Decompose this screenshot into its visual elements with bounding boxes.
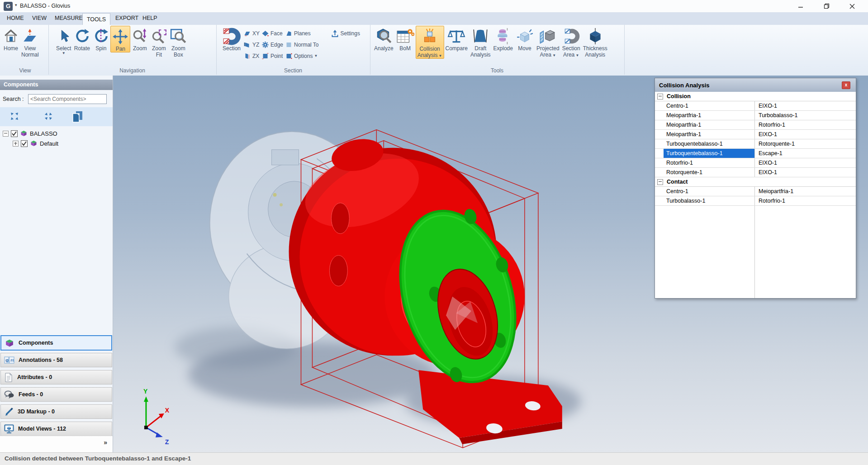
collision-panel-titlebar[interactable]: Collision Analysis x <box>655 78 856 92</box>
sidebar-tab-feeds[interactable]: Feeds - 0 <box>0 387 112 402</box>
sidebar-tab-attributes[interactable]: Attributes - 0 <box>0 370 112 384</box>
rotate-button[interactable]: Rotate <box>72 26 91 52</box>
cell[interactable]: Turbobalasso-1 <box>755 112 797 119</box>
bom-button[interactable]: BoM <box>395 26 416 52</box>
select-button[interactable]: Select ▼ <box>55 26 72 55</box>
menu-help[interactable]: HELP <box>142 15 157 21</box>
cell[interactable]: Rotorquente-1 <box>755 141 795 147</box>
menu-export[interactable]: EXPORT <box>115 15 138 21</box>
collapse-node-icon[interactable] <box>3 131 9 137</box>
section-options-button[interactable]: Options ▼ <box>285 50 318 62</box>
collision-row[interactable]: Rotorfrio-1EIXO-1 <box>655 158 856 168</box>
section-edge-button[interactable]: Edge <box>261 39 283 50</box>
cell[interactable]: EIXO-1 <box>755 131 777 138</box>
spin-button[interactable]: Spin <box>91 26 110 52</box>
cell[interactable]: Rotorquente-1 <box>655 169 702 176</box>
restore-button[interactable] <box>816 0 837 12</box>
contact-row[interactable]: Centro-1Meiopartfria-1 <box>655 187 856 196</box>
collision-row[interactable]: Meiopartfria-1EIXO-1 <box>655 130 856 139</box>
contact-row[interactable]: Turbobalasso-1Rotorfrio-1 <box>655 196 856 206</box>
section-settings-button[interactable]: Settings <box>331 28 360 39</box>
cell[interactable]: Rotorfrio-1 <box>655 160 693 166</box>
search-input[interactable] <box>28 94 107 104</box>
tree-node-default[interactable]: Default <box>13 139 58 148</box>
section-planes-button[interactable]: Planes <box>285 28 318 39</box>
tree-node-root[interactable]: BALASSO <box>3 129 57 138</box>
view-normal-button[interactable]: View Normal <box>20 26 40 58</box>
cell[interactable]: Rotorfrio-1 <box>755 122 785 128</box>
section-area-dropdown-icon[interactable]: ▼ <box>574 53 579 57</box>
cell[interactable]: EIXO-1 <box>755 103 777 109</box>
section-normal-to-button[interactable]: Normal To <box>285 39 318 50</box>
zoom-box-button[interactable]: Zoom Box <box>168 26 188 58</box>
zoom-fit-button[interactable]: Zoom Fit <box>149 26 168 58</box>
projected-area-dropdown-icon[interactable]: ▼ <box>551 53 556 57</box>
zoom-button[interactable]: Zoom <box>130 26 149 52</box>
cell[interactable]: Turbobalasso-1 <box>655 198 705 204</box>
more-panels-chevron[interactable]: » <box>104 439 107 446</box>
collision-group-header[interactable]: Collision <box>655 92 856 101</box>
default-checkbox[interactable] <box>21 140 28 147</box>
expand-all-icon[interactable] <box>9 111 20 123</box>
collision-analysis-button[interactable]: Collision Analysis ▼ <box>416 26 444 59</box>
tree-default-label[interactable]: Default <box>40 140 58 147</box>
collision-row[interactable]: Meiopartfria-1Turbobalasso-1 <box>655 111 856 120</box>
cell[interactable]: Meiopartfria-1 <box>655 112 701 119</box>
cell[interactable]: Meiopartfria-1 <box>655 131 701 138</box>
cell[interactable]: Rotorfrio-1 <box>755 198 785 204</box>
analyze-button[interactable]: Analyze <box>373 26 395 52</box>
section-yz-button[interactable]: YZ <box>243 39 260 50</box>
minimize-button[interactable] <box>790 0 811 12</box>
cell[interactable]: Meiopartfria-1 <box>755 188 793 195</box>
collision-row[interactable]: Meiopartfria-1Rotorfrio-1 <box>655 120 856 130</box>
section-zx-button[interactable]: ZX <box>243 50 260 62</box>
copy-tree-icon[interactable] <box>70 109 85 126</box>
pan-button[interactable]: Pan <box>110 26 130 52</box>
section-face-button[interactable]: Face <box>261 28 283 39</box>
contact-group-header[interactable]: Contact <box>655 177 856 187</box>
section-area-button[interactable]: Section Area ▼ <box>561 26 582 58</box>
section-point-button[interactable]: Point <box>261 50 283 62</box>
sidebar-tab-model-views[interactable]: Model Views - 112 <box>0 422 112 436</box>
move-button[interactable]: Move <box>514 26 535 52</box>
quick-access-caret-icon[interactable]: ▾ <box>15 3 17 7</box>
cell[interactable]: Turboquentebalasso-1 <box>664 150 723 157</box>
thickness-analysis-button[interactable]: Thickness Analysis <box>582 26 609 58</box>
collapse-contact-icon[interactable] <box>657 179 663 185</box>
projected-area-button[interactable]: Projected Area ▼ <box>535 26 561 58</box>
cell[interactable]: Escape-1 <box>755 150 783 157</box>
cell[interactable]: Meiopartfria-1 <box>655 122 701 128</box>
close-window-button[interactable] <box>842 0 863 12</box>
explode-button[interactable]: Explode <box>492 26 514 52</box>
section-xy-button[interactable]: XY <box>243 28 260 39</box>
selected-cell[interactable]: Turboquentebalasso-1 <box>664 149 754 158</box>
collision-row[interactable]: Rotorquente-1EIXO-1 <box>655 168 856 177</box>
collapse-all-icon[interactable] <box>43 111 54 123</box>
menu-view[interactable]: VIEW <box>32 15 47 21</box>
close-panel-icon[interactable]: x <box>842 81 850 89</box>
home-button[interactable]: Home <box>2 26 20 52</box>
collision-row[interactable]: Centro-1EIXO-1 <box>655 101 856 111</box>
collision-row[interactable]: Turboquentebalasso-1Rotorquente-1 <box>655 139 856 149</box>
menu-home[interactable]: HOME <box>7 15 24 21</box>
compare-button[interactable]: Compare <box>444 26 469 52</box>
sidebar-tab-annotations[interactable]: φ.01 Annotations - 58 <box>0 353 112 367</box>
menu-measure[interactable]: MEASURE <box>55 15 83 21</box>
collision-row-selected[interactable]: Turboquentebalasso-1Escape-1 <box>655 149 856 158</box>
cell[interactable]: EIXO-1 <box>755 169 777 176</box>
root-checkbox[interactable] <box>11 130 18 137</box>
sidebar-tab-components[interactable]: Components <box>0 335 112 351</box>
cell[interactable]: Turboquentebalasso-1 <box>655 141 723 147</box>
cell[interactable]: Centro-1 <box>655 188 688 195</box>
sidebar-tab-3d-markup[interactable]: 3D Markup - 0 <box>0 404 112 419</box>
menu-tools-active-tab[interactable]: TOOLS <box>82 13 110 25</box>
select-dropdown-icon[interactable]: ▼ <box>62 52 66 55</box>
collision-dropdown-icon[interactable]: ▼ <box>437 54 442 58</box>
tree-root-label[interactable]: BALASSO <box>30 130 57 137</box>
options-dropdown-icon[interactable]: ▼ <box>314 54 318 58</box>
draft-analysis-button[interactable]: Draft Analysis <box>469 26 492 58</box>
cell[interactable]: Centro-1 <box>655 103 688 109</box>
section-button[interactable]: Section <box>220 26 243 52</box>
collapse-collision-icon[interactable] <box>657 94 663 100</box>
expand-node-icon[interactable] <box>13 141 19 147</box>
